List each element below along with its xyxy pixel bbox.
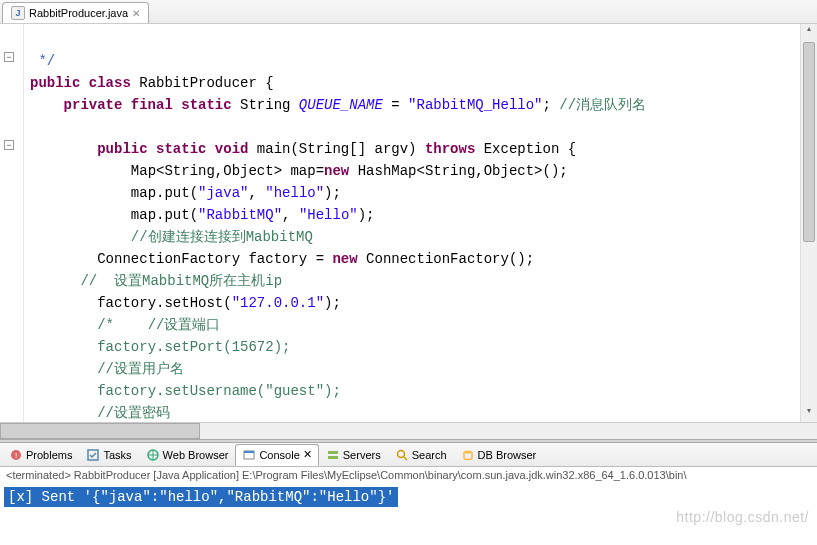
scroll-down-icon[interactable]: ▾: [801, 406, 817, 422]
editor-tab-rabbitproducer[interactable]: J RabbitProducer.java ✕: [2, 2, 149, 23]
tab-tasks[interactable]: Tasks: [79, 444, 138, 466]
svg-text:!: !: [15, 451, 17, 460]
tab-search[interactable]: Search: [388, 444, 454, 466]
java-file-icon: J: [11, 6, 25, 20]
vertical-scrollbar[interactable]: ▴ ▾: [800, 24, 817, 422]
svg-rect-5: [244, 451, 254, 453]
watermark-text: http://blog.csdn.net/: [676, 509, 809, 525]
scrollbar-thumb[interactable]: [803, 42, 815, 242]
close-icon[interactable]: ✕: [132, 8, 140, 19]
bottom-tab-bar: ! Problems Tasks Web Browser Console ✕ S…: [0, 443, 817, 467]
editor-gutter: − −: [0, 24, 24, 422]
tab-servers[interactable]: Servers: [319, 444, 388, 466]
servers-icon: [326, 448, 340, 462]
horizontal-scrollbar[interactable]: [0, 422, 817, 439]
console-output[interactable]: [x] Sent '{"java":"hello","RabbitMQ":"He…: [0, 483, 817, 545]
svg-point-10: [464, 450, 472, 453]
search-icon: [395, 448, 409, 462]
tab-db-browser[interactable]: DB Browser: [454, 444, 544, 466]
svg-rect-7: [328, 456, 338, 459]
scrollbar-thumb[interactable]: [0, 423, 200, 439]
fold-marker-icon[interactable]: −: [4, 140, 14, 150]
tab-web-browser[interactable]: Web Browser: [139, 444, 236, 466]
svg-rect-6: [328, 451, 338, 454]
svg-point-8: [397, 450, 404, 457]
scroll-up-icon[interactable]: ▴: [801, 24, 817, 40]
tasks-icon: [86, 448, 100, 462]
globe-icon: [146, 448, 160, 462]
console-icon: [242, 448, 256, 462]
code-editor[interactable]: − − */ public class RabbitProducer { pri…: [0, 24, 817, 422]
fold-marker-icon[interactable]: −: [4, 52, 14, 62]
svg-line-9: [404, 457, 407, 460]
tab-problems[interactable]: ! Problems: [2, 444, 79, 466]
console-view: <terminated> RabbitProducer [Java Applic…: [0, 467, 817, 545]
console-line: [x] Sent '{"java":"hello","RabbitMQ":"He…: [4, 487, 398, 507]
problems-icon: !: [9, 448, 23, 462]
database-icon: [461, 448, 475, 462]
code-content: */ public class RabbitProducer { private…: [0, 24, 817, 422]
editor-tab-bar: J RabbitProducer.java ✕: [0, 0, 817, 24]
console-header: <terminated> RabbitProducer [Java Applic…: [0, 467, 817, 483]
close-icon[interactable]: ✕: [303, 448, 312, 461]
tab-console[interactable]: Console ✕: [235, 444, 318, 466]
editor-tab-label: RabbitProducer.java: [29, 7, 128, 19]
